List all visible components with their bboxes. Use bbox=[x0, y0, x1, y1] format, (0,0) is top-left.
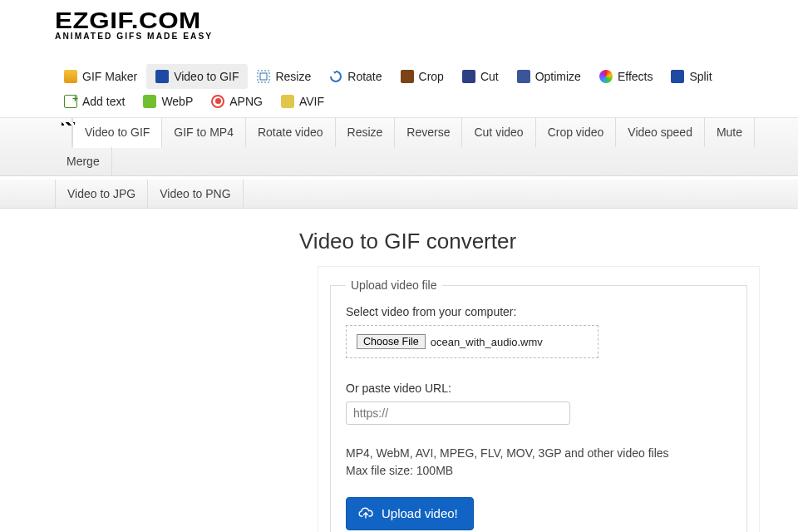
nav-label: Crop bbox=[419, 70, 444, 83]
subnav-rotate-video[interactable]: Rotate video bbox=[246, 118, 336, 147]
subnav-resize[interactable]: Resize bbox=[336, 118, 396, 147]
upload-panel: Upload video file Select video from your… bbox=[318, 266, 760, 532]
choose-file-button[interactable]: Choose File bbox=[357, 334, 426, 349]
nav-webp[interactable]: WebP bbox=[134, 89, 202, 114]
add-text-icon bbox=[64, 95, 77, 108]
nav-rotate[interactable]: Rotate bbox=[320, 64, 391, 89]
effects-icon bbox=[599, 70, 613, 83]
subnav-mute[interactable]: Mute bbox=[705, 118, 755, 147]
svg-rect-0 bbox=[258, 71, 269, 82]
nav-optimize[interactable]: Optimize bbox=[508, 64, 590, 89]
subnav-merge[interactable]: Merge bbox=[55, 147, 112, 175]
nav-avif[interactable]: AVIF bbox=[272, 89, 333, 114]
nav-gif-maker[interactable]: GIF Maker bbox=[55, 64, 146, 89]
nav-label: Optimize bbox=[535, 70, 581, 83]
nav-label: Add text bbox=[82, 95, 125, 108]
nav-label: GIF Maker bbox=[82, 70, 137, 83]
url-input[interactable] bbox=[346, 401, 570, 425]
subnav-reverse[interactable]: Reverse bbox=[395, 118, 462, 147]
cloud-upload-icon bbox=[358, 506, 373, 521]
gif-icon bbox=[64, 70, 77, 83]
subnav-label: Video to PNG bbox=[160, 187, 230, 200]
resize-icon bbox=[257, 70, 270, 83]
subnav-label: GIF to MP4 bbox=[174, 126, 234, 139]
site-tagline: ANIMATED GIFS MADE EASY bbox=[55, 32, 798, 41]
nav-label: Split bbox=[689, 70, 712, 83]
secondary-nav: Video to GIF GIF to MP4 Rotate video Res… bbox=[0, 117, 798, 176]
nav-label: Resize bbox=[275, 70, 311, 83]
webp-icon bbox=[143, 95, 156, 108]
subnav-video-speed[interactable]: Video speed bbox=[616, 118, 705, 147]
cut-icon bbox=[462, 70, 475, 83]
nav-label: Cut bbox=[480, 70, 499, 83]
page-title: Video to GIF converter bbox=[299, 229, 798, 254]
nav-effects[interactable]: Effects bbox=[590, 64, 663, 89]
site-logo[interactable]: EZGIF.COM bbox=[55, 12, 798, 30]
upload-button[interactable]: Upload video! bbox=[346, 497, 474, 530]
subnav-label: Mute bbox=[717, 126, 742, 139]
optimize-icon bbox=[517, 70, 530, 83]
video-icon bbox=[155, 70, 169, 83]
nav-label: Effects bbox=[618, 70, 653, 83]
paste-url-label: Or paste video URL: bbox=[346, 382, 732, 395]
svg-rect-1 bbox=[260, 73, 267, 80]
subnav-label: Rotate video bbox=[258, 126, 323, 139]
primary-nav: GIF Maker Video to GIF Resize Rotate Cro… bbox=[0, 64, 798, 114]
subnav-label: Resize bbox=[347, 126, 383, 139]
subnav-home-icon[interactable] bbox=[55, 118, 72, 147]
nav-label: WebP bbox=[161, 95, 193, 108]
nav-cut[interactable]: Cut bbox=[453, 64, 508, 89]
nav-resize[interactable]: Resize bbox=[248, 64, 320, 89]
subnav-label: Cut video bbox=[474, 126, 523, 139]
subnav-label: Video to GIF bbox=[85, 126, 150, 139]
nav-add-text[interactable]: Add text bbox=[55, 89, 134, 114]
nav-apng[interactable]: APNG bbox=[202, 89, 272, 114]
nav-crop[interactable]: Crop bbox=[392, 64, 453, 89]
nav-label: Video to GIF bbox=[174, 70, 239, 83]
select-file-label: Select video from your computer: bbox=[346, 305, 732, 318]
rotate-icon bbox=[329, 70, 342, 83]
subnav-gif-to-mp4[interactable]: GIF to MP4 bbox=[162, 118, 246, 147]
secondary-nav-row2: Video to JPG Video to PNG bbox=[0, 180, 798, 209]
subnav-video-to-jpg[interactable]: Video to JPG bbox=[55, 180, 148, 208]
nav-video-to-gif[interactable]: Video to GIF bbox=[146, 64, 248, 89]
crop-icon bbox=[401, 70, 414, 83]
nav-label: APNG bbox=[229, 95, 263, 108]
file-drop-area[interactable]: Choose File ocean_with_audio.wmv bbox=[346, 325, 598, 358]
nav-label: AVIF bbox=[299, 95, 324, 108]
formats-line: MP4, WebM, AVI, MPEG, FLV, MOV, 3GP and … bbox=[346, 445, 732, 461]
nav-label: Rotate bbox=[347, 70, 382, 83]
apng-icon bbox=[211, 95, 224, 108]
subnav-label: Video to JPG bbox=[67, 187, 135, 200]
subnav-cut-video[interactable]: Cut video bbox=[462, 118, 535, 147]
selected-file-name: ocean_with_audio.wmv bbox=[431, 336, 543, 348]
subnav-label: Merge bbox=[66, 155, 100, 168]
size-line: Max file size: 100MB bbox=[346, 462, 732, 479]
subnav-video-to-png[interactable]: Video to PNG bbox=[148, 180, 243, 208]
subnav-label: Video speed bbox=[628, 126, 692, 139]
nav-split[interactable]: Split bbox=[662, 64, 721, 89]
subnav-video-to-gif[interactable]: Video to GIF bbox=[72, 118, 162, 148]
subnav-label: Reverse bbox=[406, 126, 450, 139]
avif-icon bbox=[281, 95, 294, 108]
formats-hint: MP4, WebM, AVI, MPEG, FLV, MOV, 3GP and … bbox=[346, 445, 732, 479]
upload-legend: Upload video file bbox=[346, 278, 442, 292]
split-icon bbox=[671, 70, 684, 83]
subnav-label: Crop video bbox=[548, 126, 604, 139]
upload-button-label: Upload video! bbox=[382, 506, 458, 520]
subnav-crop-video[interactable]: Crop video bbox=[536, 118, 617, 147]
upload-fieldset: Upload video file Select video from your… bbox=[330, 278, 747, 532]
